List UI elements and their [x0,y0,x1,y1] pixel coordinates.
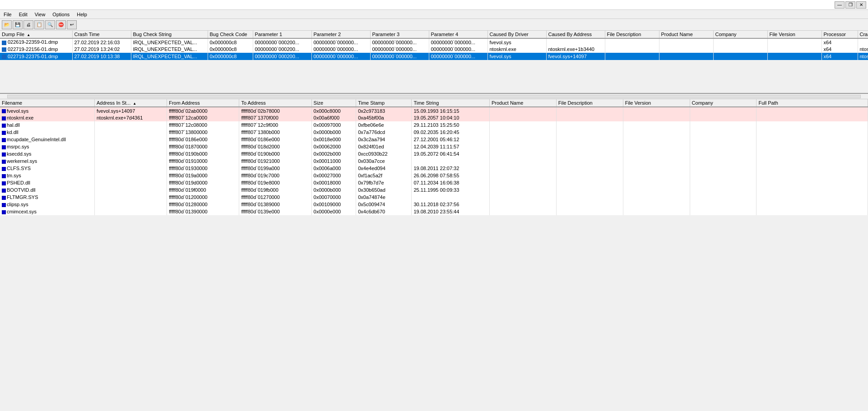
crash-list-row[interactable]: 022719-22156-01.dmp27.02.2019 13:24:02IR… [0,46,868,53]
module-file-icon [2,131,6,135]
module-list-body: fvevol.sysfvevol.sys+14097fffff80d`02ab0… [0,107,868,215]
module-file-icon [2,167,6,171]
lcol-header-company[interactable]: Company [690,99,757,107]
col-header-param4[interactable]: Parameter 4 [429,31,487,38]
module-list-row[interactable]: ksecdd.sysfffff80d`0190b000fffff80d`0190… [0,150,868,157]
col-header-file-version[interactable]: File Version [767,31,822,38]
title-bar: — ❐ ✕ [0,0,868,10]
col-header-file-description[interactable]: File Description [605,31,659,38]
crash-list-row[interactable]: 022719-22375-01.dmp27.02.2019 10:13:38IR… [0,53,868,60]
module-file-icon [2,203,6,207]
dump-file-icon [2,55,6,59]
menu-help[interactable]: Help [75,11,89,18]
module-file-icon [2,210,6,214]
module-file-icon [2,138,6,142]
col-header-company[interactable]: Company [713,31,767,38]
module-list-row[interactable]: mcupdate_GenuineIntel.dllfffff80d`0186e0… [0,136,868,143]
module-file-icon [2,109,6,113]
lcol-header-time-stamp[interactable]: Time Stamp [356,99,412,107]
module-file-icon [2,196,6,200]
module-file-icon [2,160,6,164]
col-header-param2[interactable]: Parameter 2 [311,31,370,38]
col-header-caused-by-driver[interactable]: Caused By Driver [487,31,546,38]
toolbar-print[interactable]: 🖨 [23,20,33,29]
title-bar-buttons: — ❐ ✕ [835,1,866,9]
module-list-row[interactable]: msrpc.sysfffff80d`01870000fffff80d`018d2… [0,143,868,150]
module-list-row[interactable]: ntoskrnl.exentoskrnl.exe+7d4361fffff807`… [0,114,868,121]
module-file-icon [2,181,6,185]
module-list-row[interactable]: kd.dllfffff807`13800000fffff807`1380b000… [0,129,868,136]
col-header-dump-file[interactable]: Dump File ▲ [0,31,72,38]
col-header-crash-time[interactable]: Crash Time [72,31,131,38]
module-file-icon [2,145,6,149]
module-file-icon [2,124,6,128]
dump-file-icon [2,41,6,45]
lcol-header-full-path[interactable]: Full Path [757,99,868,107]
crash-list-header: Dump File ▲ Crash Time Bug Check String … [0,31,868,38]
main-content: Dump File ▲ Crash Time Bug Check String … [0,31,868,411]
module-list-row[interactable]: FLTMGR.SYSfffff80d`01200000fffff80d`0127… [0,194,868,201]
toolbar-back[interactable]: ↩ [67,20,77,29]
module-list-row[interactable]: PSHED.dllfffff80d`019d0000fffff80d`019e8… [0,179,868,186]
module-file-icon [2,189,6,193]
lcol-header-to-address[interactable]: To Address [239,99,311,107]
module-list-table: Filename Address In St... ▲ From Address… [0,99,868,215]
col-header-bug-check-code[interactable]: Bug Check Code [208,31,253,38]
lcol-header-product-name[interactable]: Product Name [489,99,556,107]
col-header-processor[interactable]: Processor [822,31,858,38]
col-header-param1[interactable]: Parameter 1 [253,31,311,38]
minimize-button[interactable]: — [835,1,845,9]
module-list-header: Filename Address In St... ▲ From Address… [0,99,868,107]
module-list-row[interactable]: hal.dllfffff807`12c08000fffff807`12c9f00… [0,121,868,129]
module-list-row[interactable]: fvevol.sysfvevol.sys+14097fffff80d`02ab0… [0,107,868,114]
toolbar: 📂 💾 🖨 📋 🔍 ⛔ ↩ [0,19,868,31]
lower-pane-scroll[interactable]: Filename Address In St... ▲ From Address… [0,99,868,411]
lcol-header-size[interactable]: Size [311,99,356,107]
menu-edit[interactable]: Edit [17,11,29,18]
module-list-row[interactable]: tm.sysfffff80d`019a0000fffff80d`019c7000… [0,172,868,179]
lcol-header-from-address[interactable]: From Address [167,99,239,107]
restore-button[interactable]: ❐ [845,1,855,9]
lcol-header-time-string[interactable]: Time String [412,99,490,107]
module-list-row[interactable]: cmimcext.sysfffff80d`01390000fffff80d`01… [0,208,868,215]
lcol-header-file-description[interactable]: File Description [556,99,623,107]
toolbar-search[interactable]: 🔍 [45,20,55,29]
module-list-row[interactable]: BOOTVID.dllfffff80d`019f0000fffff80d`019… [0,186,868,194]
module-list-row[interactable]: werkernel.sysfffff80d`01910000fffff80d`0… [0,157,868,165]
upper-pane-scroll[interactable]: Dump File ▲ Crash Time Bug Check String … [0,31,868,93]
module-list-row[interactable]: CLFS.SYSfffff80d`01930000fffff80d`0199a0… [0,165,868,172]
toolbar-open[interactable]: 📂 [2,20,12,29]
module-file-icon [2,152,6,157]
menu-file[interactable]: File [2,11,14,18]
col-header-bug-check-string[interactable]: Bug Check String [131,31,208,38]
col-header-crash-address[interactable]: Crash Address [858,31,868,38]
menu-options[interactable]: Options [51,11,71,18]
module-file-icon [2,116,6,120]
toolbar-save[interactable]: 💾 [13,20,23,29]
lcol-header-addr-in-st[interactable]: Address In St... ▲ [95,99,167,107]
crash-list-body: 022619-22359-01.dmp27.02.2019 22:16:03IR… [0,38,868,60]
toolbar-stop[interactable]: ⛔ [56,20,66,29]
menu-view[interactable]: View [33,11,47,18]
col-header-param3[interactable]: Parameter 3 [370,31,429,38]
upper-pane: Dump File ▲ Crash Time Bug Check String … [0,31,868,94]
dump-file-icon [2,47,6,52]
menu-bar: File Edit View Options Help [0,10,868,19]
lower-pane: Filename Address In St... ▲ From Address… [0,99,868,411]
toolbar-copy[interactable]: 📋 [34,20,44,29]
crash-list-table: Dump File ▲ Crash Time Bug Check String … [0,31,868,60]
module-list-row[interactable]: clipsp.sysfffff80d`01280000fffff80d`0138… [0,201,868,208]
lcol-header-filename[interactable]: Filename [0,99,95,107]
lcol-header-file-version[interactable]: File Version [623,99,690,107]
col-header-product-name[interactable]: Product Name [659,31,713,38]
crash-list-row[interactable]: 022619-22359-01.dmp27.02.2019 22:16:03IR… [0,38,868,46]
col-header-caused-by-address[interactable]: Caused By Address [546,31,605,38]
module-file-icon [2,174,6,178]
close-button[interactable]: ✕ [856,1,866,9]
